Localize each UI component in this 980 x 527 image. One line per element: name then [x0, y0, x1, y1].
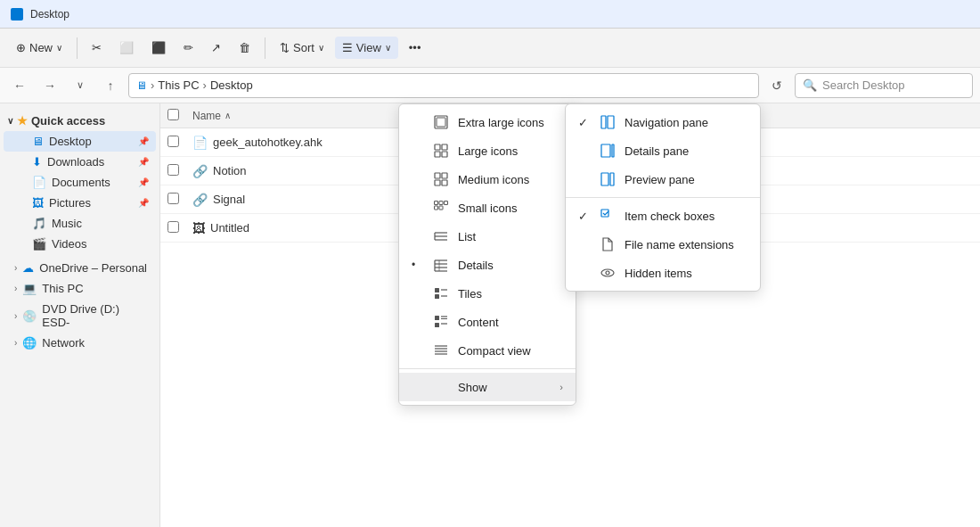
view-content[interactable]: Content [399, 308, 576, 336]
file-extensions-label: File name extensions [625, 238, 734, 251]
desktop-icon [11, 8, 23, 21]
nav-pane-icon [600, 114, 616, 130]
view-medium-icons[interactable]: Medium icons [399, 165, 576, 194]
svg-rect-41 [612, 144, 614, 157]
svg-rect-8 [435, 180, 440, 185]
svg-point-46 [606, 271, 609, 275]
videos-icon: 🎬 [32, 237, 46, 251]
rename-button[interactable]: ✏ [176, 37, 200, 59]
recent-button[interactable]: ∨ [68, 73, 93, 98]
file-icon-3: 🔗 [192, 193, 208, 207]
svg-rect-25 [435, 288, 439, 292]
svg-rect-29 [435, 316, 439, 320]
view-details[interactable]: • Details [399, 251, 576, 279]
file-checkbox-1[interactable] [167, 136, 179, 147]
sidebar-label-desktop: Desktop [49, 135, 92, 148]
view-large-icons[interactable]: Large icons [399, 136, 576, 165]
sort-button[interactable]: ⇅ Sort ∨ [273, 37, 331, 59]
pin-icon-doc: 📌 [138, 177, 149, 187]
view-button[interactable]: ☰ View ∨ [335, 37, 398, 59]
search-box[interactable]: 🔍 Search Desktop [795, 73, 973, 98]
back-button[interactable]: ← [7, 73, 32, 98]
show-nav-pane[interactable]: ✓ Navigation pane [566, 108, 760, 136]
new-icon: ⊕ [16, 41, 26, 54]
cut-button[interactable]: ✂ [85, 37, 109, 59]
new-arrow: ∨ [56, 43, 62, 53]
sidebar-item-desktop[interactable]: 🖥 Desktop 📌 [4, 131, 156, 152]
sidebar-label-onedrive: OneDrive – Personal [39, 261, 147, 275]
sidebar-item-documents[interactable]: 📄 Documents 📌 [4, 172, 156, 193]
forward-button[interactable]: → [37, 73, 62, 98]
refresh-button[interactable]: ↺ [764, 73, 789, 98]
show-preview-pane[interactable]: Preview pane [566, 165, 760, 194]
content-label: Content [458, 316, 499, 329]
show-hidden-items[interactable]: Hidden items [566, 259, 760, 287]
sidebar-item-dvd[interactable]: › 💿 DVD Drive (D:) ESD- [4, 299, 156, 333]
cut-icon: ✂ [92, 41, 102, 54]
star-icon: ★ [17, 114, 28, 128]
sort-arrow: ∨ [318, 43, 324, 53]
network-icon: 🌐 [22, 336, 37, 350]
more-button[interactable]: ••• [402, 37, 429, 59]
sidebar-item-pictures[interactable]: 🖼 Pictures 📌 [4, 193, 156, 213]
sidebar-item-onedrive[interactable]: › ☁ OneDrive – Personal [4, 258, 156, 278]
copy-button[interactable]: ⬜ [112, 37, 141, 59]
details-pane-icon [600, 143, 616, 159]
item-checkboxes-check: ✓ [578, 210, 591, 223]
file-name-4: Untitled [210, 221, 249, 235]
view-list[interactable]: List [399, 222, 576, 251]
paste-button[interactable]: ⬛ [144, 37, 173, 59]
svg-rect-3 [442, 144, 447, 150]
file-name-2: Notion [213, 164, 247, 177]
thispc-expand: › [14, 284, 17, 293]
show-details-pane[interactable]: Details pane [566, 136, 760, 165]
extra-large-label: Extra large icons [458, 116, 544, 129]
sidebar-item-music[interactable]: 🎵 Music [4, 213, 156, 234]
details-icon [433, 257, 449, 273]
view-compact[interactable]: Compact view [399, 336, 576, 365]
show-item-checkboxes[interactable]: ✓ Item check boxes [566, 202, 760, 230]
sidebar-item-network[interactable]: › 🌐 Network [4, 333, 156, 353]
svg-rect-5 [442, 152, 447, 157]
svg-rect-7 [442, 173, 447, 178]
dvd-icon: 💿 [22, 309, 37, 323]
file-extensions-icon [600, 236, 616, 252]
delete-button[interactable]: 🗑 [232, 37, 257, 59]
extra-large-icon [433, 114, 449, 130]
view-extra-large[interactable]: Extra large icons [399, 108, 576, 136]
view-small-icons[interactable]: Small icons [399, 194, 576, 222]
content-icon [433, 314, 449, 330]
file-checkbox-4[interactable] [167, 221, 179, 233]
new-button[interactable]: ⊕ New ∨ [9, 37, 69, 59]
up-button[interactable]: ↑ [98, 73, 123, 98]
show-file-extensions[interactable]: File name extensions [566, 230, 760, 259]
sidebar-label-dvd: DVD Drive (D:) ESD- [42, 302, 149, 329]
header-name[interactable]: Name ∧ [192, 110, 406, 122]
view-show[interactable]: Show › [399, 373, 576, 401]
nav-pane-check: ✓ [578, 116, 591, 129]
separator-2 [265, 37, 265, 59]
quick-access-header[interactable]: ∨ ★ Quick access [0, 111, 159, 131]
sidebar-item-thispc[interactable]: › 💻 This PC [4, 278, 156, 299]
medium-icons-label: Medium icons [458, 173, 529, 186]
svg-rect-42 [601, 173, 608, 185]
documents-icon: 📄 [32, 176, 46, 189]
compact-label: Compact view [458, 344, 531, 358]
show-label: Show [458, 381, 487, 394]
sidebar-label-downloads: Downloads [47, 155, 104, 169]
onedrive-expand: › [14, 263, 17, 273]
file-checkbox-2[interactable] [167, 164, 179, 176]
sidebar-item-downloads[interactable]: ⬇ Downloads 📌 [4, 152, 156, 172]
sidebar-item-videos[interactable]: 🎬 Videos [4, 234, 156, 254]
large-icons-label: Large icons [458, 144, 518, 158]
hidden-items-label: Hidden items [625, 267, 692, 280]
list-label: List [458, 230, 476, 243]
network-expand: › [14, 338, 17, 348]
view-tiles[interactable]: Tiles [399, 279, 576, 308]
share-button[interactable]: ↗ [204, 37, 228, 59]
address-path[interactable]: 🖥 › This PC › Desktop [128, 73, 759, 98]
sidebar: ∨ ★ Quick access 🖥 Desktop 📌 ⬇ Downloads… [0, 103, 160, 527]
svg-rect-1 [437, 118, 445, 127]
file-checkbox-3[interactable] [167, 193, 179, 204]
select-all-checkbox[interactable] [167, 109, 179, 120]
